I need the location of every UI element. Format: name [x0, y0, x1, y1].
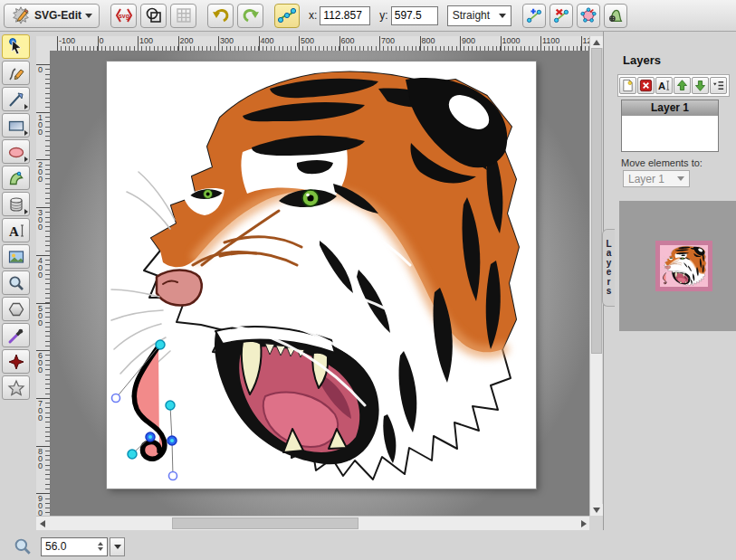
layers-panel-title: Layers [623, 53, 661, 67]
open-close-path-button[interactable] [577, 4, 600, 28]
tool-palette: A [0, 32, 36, 560]
new-layer-button[interactable] [619, 77, 636, 94]
text-tool-button[interactable]: A [2, 218, 30, 242]
zoom-magnifier-icon [13, 536, 33, 556]
four-point-star-tool-button[interactable] [2, 349, 30, 374]
new-layer-icon [621, 79, 635, 92]
ruler-tick-label: 8 0 0 [36, 446, 50, 447]
line-tool-button[interactable] [2, 87, 30, 111]
undo-button[interactable] [207, 4, 234, 28]
layer-row-selected[interactable]: Layer 1 [622, 100, 718, 116]
path-edit-overlay [107, 62, 536, 489]
wireframe-mode-button[interactable] [140, 4, 167, 28]
image-icon [7, 248, 25, 266]
vertical-scroll-thumb[interactable] [591, 48, 602, 354]
y-coordinate-input[interactable] [391, 6, 438, 25]
vertical-scrollbar[interactable] [589, 36, 602, 516]
layer-list[interactable]: Layer 1 [621, 100, 719, 152]
move-to-layer-select[interactable]: Layer 1 [623, 170, 690, 187]
ruler-tick-label: 2 0 0 [36, 159, 50, 160]
status-bar: 56.0 [0, 530, 736, 560]
horizontal-scroll-thumb[interactable] [172, 517, 358, 529]
path-icon [7, 169, 25, 187]
ruler-horizontal: -100010020030040050060070080090010001100… [36, 36, 589, 51]
eyedropper-icon [7, 327, 25, 345]
scroll-left-button[interactable] [36, 517, 48, 530]
path-node[interactable] [166, 401, 175, 410]
image-tool-button[interactable] [2, 244, 30, 269]
rect-tool-button[interactable] [2, 113, 30, 138]
scroll-right-button[interactable] [578, 517, 589, 530]
redo-button[interactable] [237, 4, 263, 28]
ruler-tick-label: 6 0 0 [36, 350, 50, 351]
delete-layer-button[interactable] [637, 77, 655, 94]
main-menu-button[interactable]: SVG-Edit [4, 4, 100, 28]
layer-thumbnail[interactable] [655, 241, 712, 291]
path-node[interactable] [128, 450, 137, 459]
up-arrow-icon [593, 40, 600, 45]
source-editor-button[interactable]: svg [110, 4, 137, 28]
eyedropper-tool-button[interactable] [2, 323, 30, 347]
segment-type-select[interactable]: Straight [447, 5, 511, 26]
zoom-spinner[interactable] [98, 542, 103, 551]
x-coordinate-input[interactable] [320, 6, 370, 25]
lower-layer-button[interactable] [692, 77, 709, 94]
ruler-tick-label: 600 [339, 36, 340, 51]
grid-button[interactable] [170, 4, 196, 28]
scroll-up-button[interactable] [590, 36, 603, 48]
x-label: x: [309, 9, 317, 22]
control-point-handle[interactable] [169, 472, 177, 480]
scroll-down-button[interactable] [590, 504, 603, 516]
horizontal-scrollbar[interactable] [36, 516, 589, 530]
layer-menu-button[interactable] [710, 77, 727, 94]
segment-type-value: Straight [453, 9, 490, 22]
path-tool-button[interactable] [2, 166, 30, 190]
star-tool-button[interactable] [2, 375, 30, 400]
menu-chevron-icon [85, 14, 92, 18]
zoom-preset-dropdown-button[interactable] [110, 537, 125, 556]
rename-layer-button[interactable]: A [655, 77, 673, 94]
path-node-tool-button[interactable] [274, 4, 300, 28]
ruler-vertical: 01 0 02 0 03 0 04 0 05 0 06 0 07 0 08 0 … [36, 51, 50, 516]
zoom-level-input[interactable]: 56.0 [41, 537, 108, 556]
control-point-handle[interactable] [112, 394, 120, 403]
ruler-tick-label: 100 [138, 36, 139, 51]
layers-side-tab[interactable]: Layers [602, 229, 615, 307]
flyout-arrow-icon [24, 209, 28, 214]
layer-buttons-row: A [617, 74, 730, 97]
canvas-workspace[interactable] [50, 51, 589, 516]
ruler-tick-label: 800 [420, 36, 421, 51]
svg-text:A: A [658, 81, 665, 91]
delete-node-button[interactable] [550, 4, 573, 28]
move-elements-label: Move elements to: [621, 157, 703, 168]
path-control-handles[interactable] [112, 340, 177, 480]
path-node-center [148, 435, 152, 439]
right-arrow-icon [581, 520, 587, 527]
path-node-center [170, 439, 174, 442]
zoom-tool-button[interactable] [2, 271, 30, 295]
ellipse-tool-button[interactable] [2, 139, 30, 164]
flyout-arrow-icon [24, 157, 28, 162]
svg-canvas[interactable] [107, 62, 536, 489]
line-icon [7, 90, 25, 109]
ruler-tick-label: 7 0 0 [36, 398, 50, 399]
pencil-tool-button[interactable] [2, 61, 30, 85]
down-arrow-icon [593, 508, 600, 513]
ruler-tick-label: 3 0 0 [36, 207, 50, 208]
cylinder-icon [7, 195, 25, 214]
raise-layer-button[interactable] [674, 77, 691, 94]
zoom-widget: 56.0 [13, 536, 125, 556]
add-node-button[interactable] [522, 4, 546, 28]
select-tool-button[interactable] [2, 34, 30, 59]
pencil-icon [7, 64, 25, 82]
convert-to-path-button[interactable] [604, 4, 627, 28]
move-to-layer-value: Layer 1 [628, 173, 664, 185]
y-label: y: [379, 9, 387, 22]
ruler-tick-label: 300 [218, 36, 219, 51]
flyout-arrow-icon [24, 104, 28, 109]
svgedit-logo-icon [11, 5, 31, 27]
polygon-tool-button[interactable] [2, 297, 30, 321]
path-node[interactable] [156, 340, 165, 349]
shape-library-button[interactable] [2, 192, 30, 216]
text-icon: A [7, 222, 25, 240]
